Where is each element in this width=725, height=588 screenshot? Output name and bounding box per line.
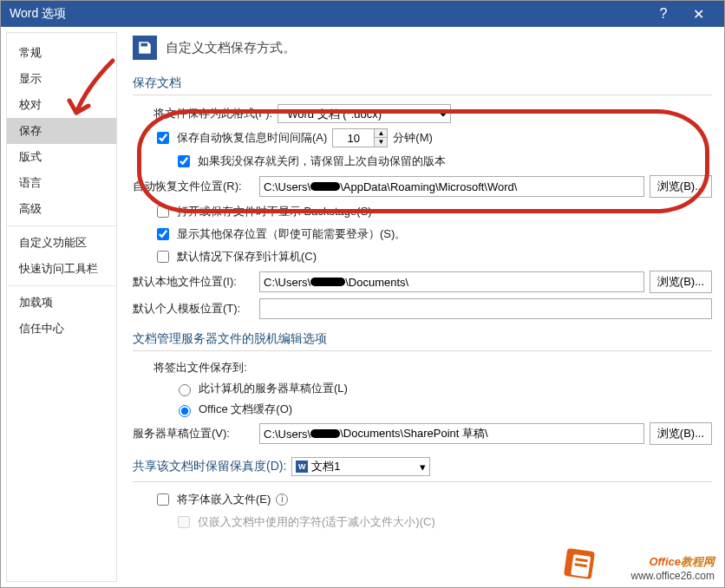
- browse-server-drafts-button[interactable]: 浏览(B)...: [650, 422, 712, 445]
- content-pane: 自定义文档保存方式。 保存文档 将文件保存为此格式(F): Word 文档 (*…: [117, 27, 724, 587]
- chevron-down-icon: ▾: [420, 461, 426, 474]
- server-drafts-path-label: 服务器草稿位置(V):: [133, 426, 254, 441]
- sidebar-item-advanced[interactable]: 高级: [7, 196, 116, 222]
- sidebar-item-trust-center[interactable]: 信任中心: [7, 316, 116, 342]
- dialog-title: Word 选项: [10, 6, 646, 22]
- fidelity-doc-name: 文档1: [311, 459, 340, 474]
- divider: [133, 95, 712, 95]
- embed-fonts-label: 将字体嵌入文件(E): [177, 492, 271, 507]
- sidebar-item-save[interactable]: 保存: [7, 118, 116, 144]
- spin-up-icon[interactable]: ▲: [375, 129, 387, 138]
- sidebar-item-quick-access[interactable]: 快速访问工具栏: [7, 256, 116, 282]
- embed-subset-checkbox: [178, 516, 190, 528]
- word-options-dialog: Word 选项 ? ✕ 常规 显示 校对 保存 版式 语言 高级 自定义功能区 …: [0, 0, 725, 588]
- default-local-path-label: 默认本地文件位置(I):: [133, 274, 254, 290]
- browse-default-local-button[interactable]: 浏览(B)...: [650, 271, 712, 293]
- sidebar-item-display[interactable]: 显示: [7, 66, 116, 92]
- server-drafts-path-input[interactable]: C:\Users\\Documents\SharePoint 草稿\: [259, 423, 644, 444]
- save-disk-icon: [133, 36, 157, 60]
- keep-last-autosaved-checkbox[interactable]: [178, 155, 190, 167]
- save-format-combo[interactable]: Word 文档 (*.docx): [278, 104, 451, 123]
- save-format-label: 将文件保存为此格式(F):: [153, 106, 272, 121]
- default-local-path-input[interactable]: C:\Users\\Documents\: [259, 271, 644, 292]
- auto-recover-minutes-input[interactable]: [332, 128, 374, 147]
- titlebar: Word 选项 ? ✕: [1, 1, 724, 27]
- no-backstage-label: 打开或保存文件时不显示 Backstage(S): [177, 204, 372, 219]
- sidebar-item-language[interactable]: 语言: [7, 170, 116, 196]
- auto-recover-minutes-spinner[interactable]: ▲ ▼: [332, 128, 388, 147]
- sidebar-item-general[interactable]: 常规: [7, 40, 116, 66]
- keep-last-autosaved-label: 如果我没保存就关闭，请保留上次自动保留的版本: [198, 154, 446, 169]
- sidebar-item-addins[interactable]: 加载项: [7, 290, 116, 316]
- default-template-path-input[interactable]: [259, 298, 712, 319]
- show-other-locations-label: 显示其他保存位置（即使可能需要登录）(S)。: [177, 226, 406, 242]
- office-cache-radio[interactable]: [179, 405, 191, 417]
- minutes-label: 分钟(M): [393, 130, 433, 146]
- auto-recover-label: 保存自动恢复信息时间间隔(A): [177, 130, 327, 146]
- no-backstage-checkbox[interactable]: [157, 206, 169, 218]
- auto-recover-path-input[interactable]: C:\Users\\AppData\Roaming\Microsoft\Word…: [259, 176, 644, 197]
- show-other-locations-checkbox[interactable]: [157, 228, 169, 240]
- checkout-to-label: 将签出文件保存到:: [153, 360, 247, 376]
- sidebar: 常规 显示 校对 保存 版式 语言 高级 自定义功能区 快速访问工具栏 加载项 …: [6, 32, 117, 582]
- section-save-documents: 保存文档: [133, 75, 712, 91]
- auto-recover-checkbox[interactable]: [157, 132, 169, 144]
- word-doc-icon: W: [296, 461, 308, 473]
- spin-down-icon[interactable]: ▼: [375, 138, 387, 147]
- default-save-local-checkbox[interactable]: [157, 251, 169, 263]
- sidebar-item-customize-ribbon[interactable]: 自定义功能区: [7, 230, 116, 256]
- divider: [133, 350, 712, 351]
- embed-subset-label: 仅嵌入文档中使用的字符(适于减小文件大小)(C): [198, 514, 435, 530]
- sidebar-separator: [7, 285, 116, 286]
- fidelity-document-combo[interactable]: W 文档1 ▾: [291, 457, 430, 476]
- info-icon[interactable]: i: [276, 493, 288, 506]
- sidebar-item-layout[interactable]: 版式: [7, 144, 116, 170]
- office-cache-radio-label: Office 文档缓存(O): [199, 402, 292, 417]
- default-template-path-label: 默认个人模板位置(T):: [133, 301, 254, 317]
- page-heading: 自定义文档保存方式。: [166, 40, 296, 56]
- section-offline-edit: 文档管理服务器文件的脱机编辑选项: [133, 331, 712, 347]
- help-button[interactable]: ?: [646, 6, 681, 22]
- divider: [133, 481, 712, 482]
- server-drafts-radio[interactable]: [179, 384, 191, 396]
- auto-recover-path-label: 自动恢复文件位置(R):: [133, 179, 254, 194]
- sidebar-separator: [7, 225, 116, 226]
- close-button[interactable]: ✕: [681, 6, 715, 23]
- sidebar-item-proofing[interactable]: 校对: [7, 92, 116, 118]
- browse-auto-recover-button[interactable]: 浏览(B)...: [650, 175, 712, 198]
- section-fidelity-label: 共享该文档时保留保真度(D):: [133, 459, 286, 474]
- server-drafts-radio-label: 此计算机的服务器草稿位置(L): [199, 381, 348, 396]
- embed-fonts-checkbox[interactable]: [157, 493, 169, 506]
- default-save-local-label: 默认情况下保存到计算机(C): [177, 249, 317, 265]
